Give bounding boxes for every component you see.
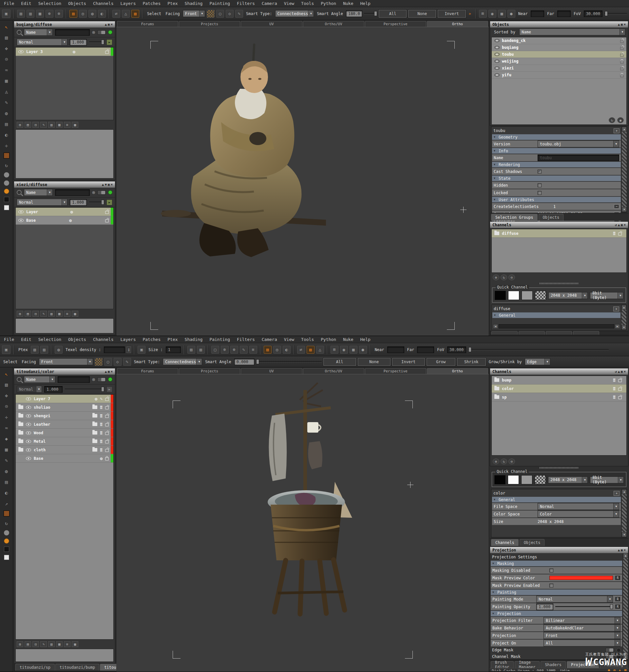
resolution-dropdown[interactable]: 2048 x 2048▼ [549,292,588,299]
depth-dropdown[interactable]: 8bit (Byte)▼ [590,292,624,299]
cursor-tool-icon[interactable]: ↖ [3,23,10,31]
world-density-icon[interactable]: ◍ [55,346,63,354]
menu-objects[interactable]: Objects [68,337,86,342]
tab-shaders[interactable]: Shaders [540,661,566,668]
list-layer-icon[interactable]: ≡ [64,311,70,317]
collapse-icon[interactable]: ▲ [102,183,104,186]
polyline-select-icon[interactable]: ◇ [226,10,234,18]
scrollbar[interactable]: ▲▼ [621,305,626,330]
menu-selection[interactable]: Selection [38,1,61,6]
swatch-dark-icon[interactable] [4,547,9,552]
new-project-icon[interactable]: ▤ [17,10,25,18]
opacity-slider[interactable] [89,202,104,203]
visibility-eye-icon[interactable] [494,73,499,77]
gradient-tool-icon[interactable]: ◐ [3,489,10,497]
float-icon[interactable]: ▣ [108,183,110,186]
play-icon[interactable]: ▶ [107,39,112,45]
object-row[interactable]: xiezi [492,65,626,72]
ptex-up-icon[interactable]: ▧ [31,346,39,354]
menu-painting[interactable]: Painting [209,337,230,342]
tab-titoudanzi-bump[interactable]: titoudanzi/bump [55,664,99,671]
lock-icon[interactable] [105,424,109,426]
orange-ball-icon[interactable] [4,189,9,194]
facing-dropdown[interactable]: Front▼ [183,10,205,17]
magic-wand-icon[interactable]: ✎ [235,10,243,18]
layer-group-row[interactable]: Wood ≣ [16,429,113,437]
tab-channels[interactable]: Channels [491,539,519,546]
paint-canvas[interactable] [116,374,489,672]
group-layer-icon[interactable]: ▦ [56,122,63,128]
depth-dropdown[interactable]: 8bit (Byte)▼ [590,477,624,483]
lasso-icon[interactable]: ○ [104,358,112,366]
collapse-icon[interactable]: ▲ [105,370,107,373]
smart-angle-field[interactable]: 0.000 [234,359,255,365]
shader-stack-area[interactable] [16,318,114,333]
eyedropper-tool-icon[interactable]: ✛ [3,142,10,150]
visibility-eye-icon[interactable] [26,406,31,409]
near-field[interactable] [387,346,404,353]
panel-title-bar[interactable]: Objects ▲▣× [490,21,628,27]
smart-angle-field[interactable]: 180.0 [346,10,362,17]
foreground-color-swatch[interactable] [4,152,9,159]
lock-icon[interactable] [618,396,622,399]
lock-icon[interactable] [105,440,109,443]
sphere-icon[interactable]: ● [508,10,515,18]
opacity-field[interactable]: 1.000 [44,386,63,393]
swatch-dark-icon[interactable] [4,197,9,202]
reset-button[interactable]: R [615,575,621,580]
blur-tool-icon[interactable]: ◍ [3,110,10,117]
tab-forums[interactable]: Forums [117,368,178,374]
new-file-icon[interactable]: ▢ [211,346,219,354]
list-layer-icon[interactable]: ≡ [64,641,70,647]
scrollbar[interactable]: ▲▼ [623,553,628,659]
object-row[interactable]: bandeng_ck [492,37,626,44]
gray-ball2-icon[interactable] [4,181,9,186]
tab-objects[interactable]: Objects [539,214,564,221]
fov-slider[interactable] [604,13,627,14]
blur-tool-icon[interactable]: ◍ [3,467,10,475]
lock-icon[interactable] [618,388,622,391]
camera-eye-icon[interactable]: ◉ [340,346,348,354]
collapse-icon[interactable]: ▲ [618,223,620,226]
layer-row[interactable]: Layer ◍ [16,208,113,216]
add-attribute-icon[interactable]: ＋ [613,491,620,496]
filter-toggle[interactable] [97,377,106,382]
tab-ortho-uv[interactable]: Ortho/UV [303,21,364,27]
search-by-dropdown[interactable]: Name▼ [24,29,53,36]
object-row[interactable]: weijing [492,58,626,65]
layer-list[interactable]: Layer 3 ◍ [16,47,114,120]
scroll-up-icon[interactable]: ▲ [622,127,627,131]
duplicate-layer-icon[interactable]: ▤ [25,641,31,647]
menu-shading[interactable]: Shading [185,337,203,342]
select-invert-button[interactable]: Invert [438,10,466,18]
collapse-icon[interactable]: ▲ [618,23,620,26]
white-swatch[interactable] [508,475,519,484]
add-layer-icon[interactable]: ⊞ [17,311,23,317]
magic-wand-icon[interactable]: ✎ [123,358,131,366]
remove-layer-icon[interactable]: ▩ [72,311,78,317]
menu-edit[interactable]: Edit [21,337,31,342]
painting-mode-dropdown[interactable]: Normal▼ [536,596,613,603]
duplicate-layer-icon[interactable]: ▤ [25,122,31,128]
copy-icon[interactable]: ▤ [187,346,195,354]
close-icon[interactable]: × [624,23,626,26]
visibility-eye-icon[interactable] [18,50,24,53]
smart-angle-slider[interactable] [256,361,322,362]
towbrush-tool-icon[interactable]: ✎ [3,99,10,106]
clone-tool-icon[interactable]: ▤ [3,478,10,486]
search-input[interactable] [55,29,90,36]
cube-view-icon[interactable]: ⊞ [479,10,487,18]
panel-title-bar[interactable]: Channels ↺▲▣× [490,222,628,228]
menu-python[interactable]: Python [321,337,336,342]
panel-title-bar[interactable]: Channels ↺▲▣× [490,368,628,375]
lock-icon[interactable] [620,47,624,50]
splitter-handle[interactable] [540,283,579,284]
texel-density-field[interactable] [104,346,125,353]
mask-layer-icon[interactable]: ▥ [48,641,55,647]
fov-slider[interactable] [468,349,609,350]
paint-tool-icon[interactable]: ✎ [3,457,10,464]
lock-icon[interactable] [105,415,109,418]
layer-group-row[interactable]: shengzi ≣ [16,412,113,420]
opacity-field[interactable]: 1.000 [70,199,87,206]
blend-mode-dropdown[interactable]: Normal▼ [17,39,68,46]
